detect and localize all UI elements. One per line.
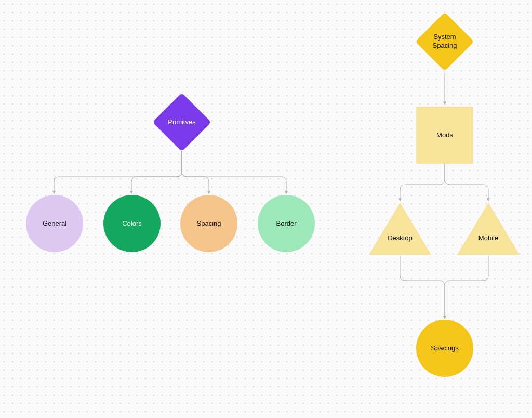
node-general[interactable]: General [26,195,83,252]
node-mods[interactable]: Mods [416,107,473,164]
node-primitives[interactable]: Primitves [161,101,203,143]
node-border[interactable]: Border [258,195,315,252]
node-mobile[interactable]: Mobile [457,203,520,255]
node-colors[interactable]: Colors [103,195,161,252]
node-primitives-label: Primitves [165,115,198,130]
node-colors-label: Colors [122,219,142,228]
node-spacing[interactable]: Spacing [180,195,237,252]
node-system-spacing[interactable]: System Spacing [424,21,466,62]
node-border-label: Border [276,219,296,228]
node-spacings-label: Spacings [431,344,458,353]
node-mods-label: Mods [436,131,453,140]
node-mobile-label: Mobile [478,234,498,243]
node-general-label: General [43,219,66,228]
triangle-icon [457,203,520,255]
triangle-icon [369,203,431,255]
node-spacing-label: Spacing [197,219,221,228]
node-desktop[interactable]: Desktop [369,203,431,255]
node-spacings[interactable]: Spacings [416,320,473,377]
node-desktop-label: Desktop [388,234,413,243]
node-system-spacing-label: System Spacing [430,30,460,54]
